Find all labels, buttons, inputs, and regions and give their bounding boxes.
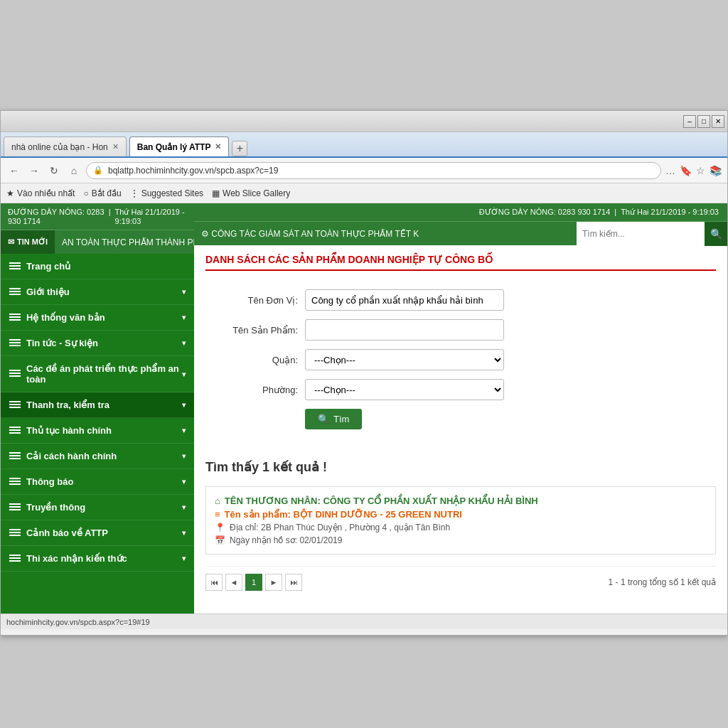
sidebar-item-gioi-thieu[interactable]: Giới thiệu ▾ <box>1 279 194 305</box>
new-tab-button[interactable]: + <box>232 141 247 156</box>
library-icon[interactable]: 📚 <box>710 165 722 176</box>
sidebar-item-thong-bao[interactable]: Thông báo ▾ <box>1 469 194 495</box>
first-page-button[interactable]: ⏮ <box>205 574 223 591</box>
prev-page-button[interactable]: ◄ <box>225 574 242 591</box>
bookmark-label: Web Slice Gallery <box>223 188 290 198</box>
hotline-bar: ĐƯỜNG DÂY NÓNG: 0283 930 1714 | Thứ Hai … <box>1 203 194 230</box>
chevron-down-icon: ▾ <box>182 503 186 511</box>
sidebar-item-thu-tuc[interactable]: Thủ tục hành chính ▾ <box>1 418 194 444</box>
maximize-button[interactable]: □ <box>697 115 710 128</box>
tab-1[interactable]: Ban Quản lý ATTP ✕ <box>129 136 230 156</box>
menu-icon <box>9 288 21 296</box>
date-text: Ngày nhận hồ sơ: 02/01/2019 <box>230 535 342 545</box>
tin-moi-label: TIN MỚI <box>17 237 48 247</box>
product-text: Tên sản phẩm: BỘT DINH DƯỠNG - 25 GREEN … <box>225 509 462 520</box>
pagination: ⏮ ◄ 1 ► ⏭ 1 - 1 trong tổng số 1 kết quả <box>205 566 716 591</box>
chevron-down-icon: ▾ <box>182 452 186 460</box>
search-icon: 🔍 <box>318 414 329 424</box>
result-company: ⌂ TÊN THƯƠNG NHÂN: CÔNG TY CỔ PHẦN XUẤT … <box>215 496 707 506</box>
sidebar-item-text: Thi xác nhận kiến thức <box>26 553 127 564</box>
results-count: Tìm thấy 1 kết quả ! <box>205 459 716 475</box>
date-label: Thứ Hai 21/1/2019 - 9:19:03 <box>621 208 719 217</box>
bookmark-label: Vào nhiều nhất <box>17 188 75 198</box>
page-1-button[interactable]: 1 <box>245 574 262 591</box>
forward-button[interactable]: → <box>26 163 42 178</box>
phuong-label: Phường: <box>205 385 298 395</box>
tim-button[interactable]: 🔍 Tìm <box>305 409 362 429</box>
search-form: Tên Đơn Vị: Tên Sản Phẩm: Quận: ---Chọn-… <box>205 282 716 445</box>
quan-select[interactable]: ---Chọn--- <box>305 349 504 370</box>
back-button[interactable]: ← <box>6 163 22 178</box>
sidebar-item-he-thong-van-ban[interactable]: Hệ thống văn bản ▾ <box>1 305 194 331</box>
bookmark-star-icon[interactable]: ☆ <box>696 165 705 176</box>
sidebar-item-thanh-tra[interactable]: Thanh tra, kiểm tra ▾ <box>1 392 194 418</box>
quan-label: Quận: <box>205 355 298 365</box>
sidebar-item-de-an[interactable]: Các đề án phát triển thực phẩm an toàn ▾ <box>1 356 194 392</box>
home-button[interactable]: ⌂ <box>66 163 82 178</box>
chevron-down-icon: ▾ <box>182 427 186 434</box>
menu-icon <box>9 529 21 537</box>
sidebar-item-truyen-thong[interactable]: Truyền thông ▾ <box>1 495 194 520</box>
results-section: Tìm thấy 1 kết quả ! ⌂ TÊN THƯƠNG NHÂN: … <box>205 459 716 591</box>
address-bar: ← → ↻ ⌂ 🔒 … 🔖 ☆ 📚 <box>1 158 727 183</box>
tab-1-close[interactable]: ✕ <box>215 142 221 151</box>
don-vi-input[interactable] <box>305 289 504 311</box>
sidebar-item-canh-bao[interactable]: Cảnh báo về ATTP ▾ <box>1 520 194 546</box>
page-info: 1 - 1 trong tổng số 1 kết quả <box>609 577 716 587</box>
phuong-select[interactable]: ---Chọn--- <box>305 379 504 400</box>
chevron-down-icon: ▾ <box>182 370 186 378</box>
reader-icon[interactable]: 🔖 <box>680 165 692 176</box>
tin-moi-badge: ✉ TIN MỚI <box>1 230 55 254</box>
hotline-text: ĐƯỜNG DÂY NÓNG: 0283 930 1714 <box>8 208 105 225</box>
address-input[interactable] <box>86 162 661 179</box>
menu-icon <box>9 370 21 378</box>
sidebar-item-text: Các đề án phát triển thực phẩm an toàn <box>26 363 182 385</box>
minimize-button[interactable]: – <box>683 115 696 128</box>
tab-0-close[interactable]: ✕ <box>112 142 119 151</box>
chevron-down-icon: ▾ <box>182 401 186 409</box>
news-ticker-bar: ✉ TIN MỚI AN TOÀN THỰC PHẨM THÀNH PHỐ HỒ… <box>1 230 194 254</box>
close-button[interactable]: ✕ <box>712 115 724 128</box>
content-area: ĐƯỜNG DÂY NÓNG: 0283 930 1714 | Thứ Hai … <box>194 203 727 614</box>
sidebar-item-text: Hệ thống văn bản <box>26 312 105 323</box>
sidebar-item-text: Cải cách hành chính <box>26 451 117 461</box>
next-page-button[interactable]: ► <box>265 574 282 591</box>
refresh-button[interactable]: ↻ <box>46 163 62 178</box>
sidebar-item-text: Thông báo <box>26 476 73 487</box>
bookmark-web-slice[interactable]: ▦ Web Slice Gallery <box>212 188 290 198</box>
sidebar-item-label: Truyền thông <box>9 502 85 513</box>
tab-0[interactable]: nhà online của bạn - Hon ✕ <box>4 136 127 156</box>
calendar-icon: 📅 <box>215 535 225 545</box>
menu-icon <box>9 503 21 512</box>
main-content: ĐƯỜNG DÂY NÓNG: 0283 930 1714 | Thứ Hai … <box>1 203 727 614</box>
menu-icon <box>9 555 21 563</box>
title-bar: – □ ✕ <box>1 111 727 132</box>
sidebar-item-trang-chu[interactable]: Trang chủ <box>1 254 194 279</box>
company-text: TÊN THƯƠNG NHÂN: CÔNG TY CỔ PHẦN XUẤT NH… <box>225 496 538 506</box>
bookmark-vo-nhieu-nhat[interactable]: ★ Vào nhiều nhất <box>6 188 75 198</box>
sidebar-item-text: Tin tức - Sự kiện <box>26 338 98 348</box>
page-title: DANH SÁCH CÁC SẢN PHẨM DOANH NGHIỆP TỰ C… <box>205 254 716 271</box>
san-pham-input[interactable] <box>305 319 504 341</box>
sidebar-item-tin-tuc[interactable]: Tin tức - Sự kiện ▾ <box>1 331 194 356</box>
result-product: ≡ Tên sản phẩm: BỘT DINH DƯỠNG - 25 GREE… <box>215 509 707 520</box>
sidebar-item-label: Tin tức - Sự kiện <box>9 338 98 348</box>
content-hotline-bar: ĐƯỜNG DÂY NÓNG: 0283 930 1714 | Thứ Hai … <box>194 203 727 221</box>
san-pham-label: Tên Sản Phẩm: <box>205 325 298 336</box>
news-ticker-text: AN TOÀN THỰC PHẨM THÀNH PHỐ HỒ CHÍ MINH … <box>55 237 194 247</box>
more-options-icon[interactable]: … <box>665 165 675 176</box>
search-input[interactable] <box>577 222 705 246</box>
tab-1-label: Ban Quản lý ATTP <box>137 142 211 152</box>
chevron-down-icon: ▾ <box>182 478 186 486</box>
slice-icon: ▦ <box>212 188 220 198</box>
sidebar-item-text: Thủ tục hành chính <box>26 425 112 436</box>
result-date: 📅 Ngày nhận hồ sơ: 02/01/2019 <box>215 535 707 545</box>
sidebar-item-cai-cach[interactable]: Cải cách hành chính ▾ <box>1 444 194 469</box>
sidebar: ĐƯỜNG DÂY NÓNG: 0283 930 1714 | Thứ Hai … <box>1 203 194 614</box>
sidebar-item-thi-xac-nhan[interactable]: Thi xác nhận kiến thức ▾ <box>1 546 194 572</box>
window-controls[interactable]: – □ ✕ <box>683 115 724 128</box>
last-page-button[interactable]: ⏭ <box>285 574 302 591</box>
bookmark-bat-dau[interactable]: ○ Bắt đầu <box>83 188 121 198</box>
search-button-icon[interactable]: 🔍 <box>705 222 727 246</box>
bookmark-suggested[interactable]: ⋮ Suggested Sites <box>130 188 203 198</box>
